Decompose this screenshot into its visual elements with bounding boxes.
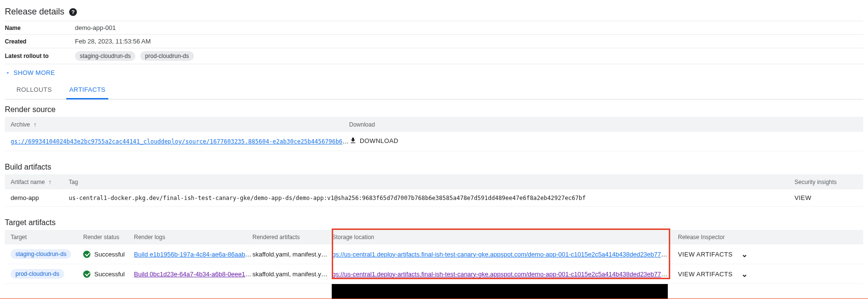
col-render-logs: Render logs (134, 234, 252, 241)
col-security: Security insights (794, 179, 857, 185)
black-bar (332, 284, 668, 299)
build-artifacts-title: Build artifacts (5, 163, 863, 171)
view-security-button[interactable]: VIEW (794, 194, 811, 201)
render-status: Successful (83, 251, 134, 258)
col-rendered-artifacts: Rendered artifacts (252, 234, 332, 241)
target-artifact-row: prod-cloudrun-ds Successful Build 0bc1d2… (5, 264, 863, 284)
target-artifact-row: staging-cloudrun-ds Successful Build e1b… (5, 244, 863, 264)
artifact-tag: us-central1-docker.pkg.dev/final-ish-tes… (69, 195, 794, 201)
download-label: DOWNLOAD (360, 137, 398, 144)
success-icon (83, 271, 90, 278)
col-release-inspector: Release Inspector (668, 234, 857, 241)
sort-arrow-up-icon: ↑ (33, 121, 37, 128)
render-logs-link[interactable]: Build e1b1956b-197a-4c84-ae6a-86aabae… (134, 251, 252, 258)
chevron-down-icon (5, 70, 11, 76)
detail-value: demo-app-001 (75, 24, 116, 31)
detail-row-name: Name demo-app-001 (5, 21, 863, 34)
chevron-down-icon[interactable]: ⌄ (741, 250, 748, 259)
rendered-artifacts: skaffold.yaml, manifest.y… (252, 251, 332, 258)
sort-arrow-up-icon: ↑ (48, 178, 52, 185)
tab-rollouts[interactable]: ROLLOUTS (14, 81, 55, 100)
detail-row-rollout: Latest rollout to staging-cloudrun-ds pr… (5, 48, 863, 64)
build-artifact-row: demo-app us-central1-docker.pkg.dev/fina… (5, 189, 863, 207)
download-icon (349, 137, 357, 144)
render-source-header: Archive ↑ Download (5, 117, 863, 132)
render-status: Successful (83, 271, 134, 278)
success-icon (83, 251, 90, 258)
tabs: ROLLOUTS ARTIFACTS (5, 81, 863, 100)
col-storage-location: Storage location (332, 234, 668, 241)
render-source-row: gs://69934104024b43e2bc9755a2cac44141_cl… (5, 132, 863, 151)
show-more-button[interactable]: SHOW MORE (5, 64, 55, 81)
render-source-title: Render source (5, 105, 863, 114)
detail-value: Feb 28, 2023, 11:53:56 AM (75, 38, 151, 45)
tab-artifacts[interactable]: ARTIFACTS (66, 81, 108, 100)
view-artifacts-button[interactable]: VIEW ARTIFACTS (678, 251, 733, 258)
rollout-chip[interactable]: staging-cloudrun-ds (75, 51, 135, 61)
target-artifacts-header: Target Render status Render logs Rendere… (5, 230, 863, 244)
rollout-chip[interactable]: prod-cloudrun-ds (140, 51, 194, 61)
storage-link[interactable]: gs://us-central1.deploy-artifacts.final-… (332, 251, 668, 258)
col-artifact-name[interactable]: Artifact name ↑ (11, 178, 69, 185)
target-chip[interactable]: prod-cloudrun-ds (11, 269, 64, 279)
artifact-name: demo-app (11, 194, 69, 201)
rendered-artifacts: skaffold.yaml, manifest.y… (252, 271, 332, 278)
detail-label: Name (5, 25, 75, 31)
col-render-status: Render status (83, 234, 134, 241)
build-artifacts-header: Artifact name ↑ Tag Security insights (5, 174, 863, 189)
archive-link[interactable]: gs://69934104024b43e2bc9755a2cac44141_cl… (11, 138, 349, 145)
page-title-text: Release details (5, 7, 64, 17)
target-chip[interactable]: staging-cloudrun-ds (11, 249, 71, 259)
chevron-down-icon[interactable]: ⌄ (741, 270, 748, 279)
detail-label: Created (5, 38, 75, 45)
detail-row-created: Created Feb 28, 2023, 11:53:56 AM (5, 34, 863, 48)
col-archive[interactable]: Archive ↑ (11, 121, 349, 128)
detail-value: staging-cloudrun-ds prod-cloudrun-ds (75, 51, 197, 61)
col-target: Target (11, 234, 83, 241)
view-artifacts-button[interactable]: VIEW ARTIFACTS (678, 271, 733, 278)
detail-label: Latest rollout to (5, 53, 75, 59)
col-download: Download (349, 121, 857, 128)
show-more-label: SHOW MORE (14, 69, 55, 76)
render-logs-link[interactable]: Build 0bc1d23e-64a7-4b34-a6b8-0eee114… (134, 271, 252, 278)
col-tag: Tag (69, 179, 794, 185)
help-icon[interactable]: ? (69, 8, 77, 16)
target-artifacts-title: Target artifacts (5, 218, 863, 227)
download-button[interactable]: DOWNLOAD (349, 137, 398, 144)
page-title: Release details ? (5, 7, 863, 17)
storage-link[interactable]: gs://us-central1.deploy-artifacts.final-… (332, 271, 668, 278)
